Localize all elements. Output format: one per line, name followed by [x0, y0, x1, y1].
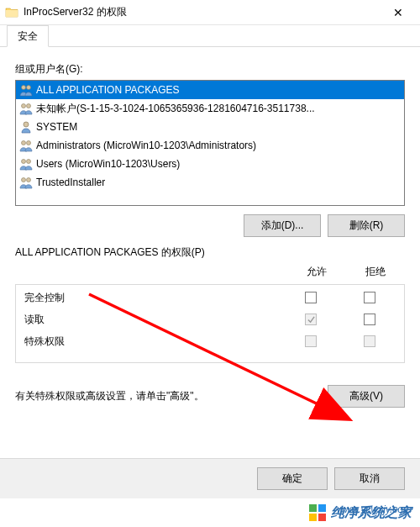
- permissions-for-label: ALL APPLICATION PACKAGES 的权限(P): [15, 245, 405, 260]
- svg-point-0: [22, 86, 26, 90]
- advanced-button[interactable]: 高级(V): [328, 385, 405, 408]
- checkbox[interactable]: [364, 292, 375, 303]
- principal-name: TrustedInstaller: [36, 177, 105, 188]
- column-allow: 允许: [287, 265, 346, 279]
- close-button[interactable]: ✕: [381, 1, 415, 24]
- group-icon: [19, 139, 33, 152]
- permission-row: 读取: [21, 308, 399, 330]
- window-title: InProcServer32 的权限: [24, 5, 381, 19]
- allow-cell: [281, 314, 340, 325]
- permissions-header: 允许 拒绝: [15, 265, 405, 279]
- principal-name: Administrators (MicroWin10-1203\Administ…: [36, 140, 256, 151]
- tab-security[interactable]: 安全: [7, 25, 49, 47]
- dialog-content: 组或用户名(G): ALL APPLICATION PACKAGES未知帐户(S…: [0, 47, 420, 408]
- svg-point-5: [22, 141, 26, 145]
- permission-name: 读取: [21, 313, 281, 327]
- principal-name: Users (MicroWin10-1203\Users): [36, 158, 180, 170]
- cancel-button[interactable]: 取消: [334, 467, 405, 490]
- deny-cell: [340, 292, 399, 303]
- permission-row: 特殊权限: [21, 330, 399, 352]
- folder-icon: [5, 6, 18, 19]
- permissions-grid: 完全控制读取特殊权限: [15, 284, 405, 363]
- close-icon: ✕: [393, 6, 403, 19]
- principal-item[interactable]: Administrators (MicroWin10-1203\Administ…: [16, 136, 404, 155]
- permission-name: 完全控制: [21, 291, 281, 305]
- principal-item[interactable]: TrustedInstaller: [16, 173, 404, 192]
- advanced-row: 有关特殊权限或高级设置，请单击"高级"。 高级(V): [15, 385, 405, 408]
- svg-point-8: [27, 160, 31, 164]
- advanced-hint-text: 有关特殊权限或高级设置，请单击"高级"。: [15, 389, 328, 403]
- group-icon: [19, 102, 33, 115]
- group-icon: [19, 157, 33, 171]
- svg-point-1: [27, 86, 31, 90]
- svg-point-6: [27, 141, 31, 145]
- permission-name: 特殊权限: [21, 335, 281, 349]
- deny-cell: [340, 314, 399, 325]
- checkbox: [305, 314, 317, 325]
- principal-name: 未知帐户(S-1-15-3-1024-1065365936-1281604716…: [36, 102, 315, 116]
- tab-row: 安全: [0, 25, 420, 47]
- checkbox[interactable]: [305, 292, 317, 303]
- principal-name: SYSTEM: [36, 121, 77, 133]
- watermark-url: www.ycwxjy.com: [337, 503, 412, 515]
- remove-button[interactable]: 删除(R): [328, 214, 405, 237]
- deny-cell: [340, 335, 399, 347]
- title-bar: InProcServer32 的权限 ✕: [0, 0, 420, 25]
- svg-point-10: [27, 178, 31, 182]
- add-remove-row: 添加(D)... 删除(R): [15, 214, 405, 237]
- groups-users-label: 组或用户名(G):: [15, 62, 405, 76]
- column-deny: 拒绝: [346, 265, 405, 279]
- user-icon: [19, 120, 33, 134]
- principal-item[interactable]: SYSTEM: [16, 118, 404, 136]
- principals-listbox[interactable]: ALL APPLICATION PACKAGES未知帐户(S-1-15-3-10…: [15, 80, 405, 206]
- svg-point-3: [27, 104, 31, 108]
- principal-name: ALL APPLICATION PACKAGES: [36, 84, 180, 96]
- principal-item[interactable]: Users (MicroWin10-1203\Users): [16, 155, 404, 173]
- checkbox: [364, 335, 375, 347]
- windows-logo-icon: [309, 504, 326, 521]
- watermark: www.ycwxjy.com 纯净系统之家: [0, 498, 420, 527]
- group-icon: [19, 83, 33, 97]
- ok-button[interactable]: 确定: [257, 467, 328, 490]
- permission-row: 完全控制: [21, 287, 399, 308]
- add-button[interactable]: 添加(D)...: [244, 214, 321, 237]
- checkbox[interactable]: [364, 314, 375, 325]
- principal-item[interactable]: 未知帐户(S-1-15-3-1024-1065365936-1281604716…: [16, 99, 404, 118]
- principal-item[interactable]: ALL APPLICATION PACKAGES: [16, 81, 404, 99]
- group-icon: [19, 176, 33, 189]
- svg-point-2: [22, 104, 26, 108]
- svg-point-4: [24, 122, 29, 127]
- checkbox: [305, 335, 317, 347]
- dialog-button-row: 确定 取消: [0, 458, 420, 498]
- allow-cell: [281, 292, 340, 303]
- svg-point-7: [22, 160, 26, 164]
- svg-point-9: [22, 178, 26, 182]
- allow-cell: [281, 335, 340, 347]
